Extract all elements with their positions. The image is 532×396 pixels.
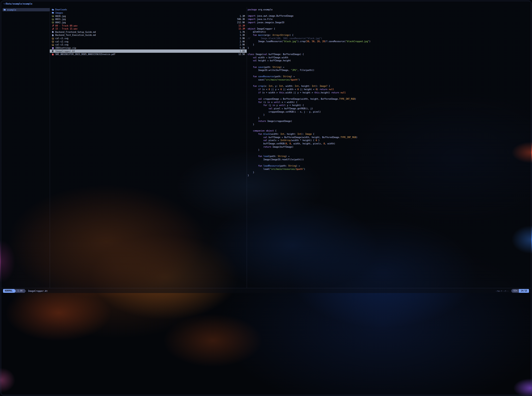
code-line (248, 24, 530, 27)
file-size: 1.3M (240, 15, 245, 17)
file-name: 0042.jpg (55, 21, 235, 24)
code-line: buffImage.setRGB(0, 0, width, height, pi… (248, 142, 530, 145)
code-line: val buffImage = BufferedImage(width, hei… (248, 136, 530, 139)
code-line (248, 126, 530, 129)
status-right-group: -rw-r--r-- 93% 14/15 (496, 289, 529, 293)
file-size: 2.9K (240, 43, 245, 46)
file-name: 0028.jpg (55, 15, 238, 17)
code-line: val croppedImage = BufferedImage(width, … (248, 97, 530, 101)
code-line (248, 49, 530, 53)
code-line (248, 11, 530, 15)
folder-icon (52, 12, 54, 14)
parent-directory-panel: example (3, 8, 50, 11)
code-line: package org.example (248, 8, 530, 11)
file-name: Images (55, 12, 243, 14)
file-row[interactable]: 0042.jpg212.9K (50, 21, 247, 24)
code-line: import javax.imageio.ImageIO (248, 21, 530, 24)
file-name: Downloads (55, 8, 243, 11)
kotlin-icon (52, 50, 54, 52)
file-name: Backend_Frontend_Setup_Guide.md (55, 31, 238, 33)
breadcrumb-path: ~/Data/example/example (4, 2, 32, 6)
code-line: croppedImage.setRGB(i - x, j - y, pixel) (248, 110, 530, 114)
image-icon (52, 44, 54, 46)
audio-icon (52, 24, 54, 27)
code-line: fun loadResource(path: String) = (248, 164, 530, 168)
code-line: @JvmStatic (248, 30, 530, 34)
file-row[interactable]: 0028.jpg1.3M (50, 14, 247, 18)
code-line: val pixel = buffImage.getRGB(i, j) (248, 107, 530, 110)
file-name: 0031.jpg (55, 18, 235, 20)
code-line: Image(ImageIO.read(File(path))) (248, 158, 530, 161)
file-size: 586.3K (237, 18, 245, 20)
file-row[interactable]: Backend_Test_Execution_Guide.md1.3K (50, 34, 247, 37)
file-row[interactable]: ImageCropper.kt1.6K (50, 49, 247, 53)
code-line (248, 72, 530, 75)
file-permissions: -rw-r--r-- (496, 290, 509, 292)
audio-icon (52, 28, 54, 30)
file-size: 1.7K (240, 31, 245, 33)
file-row[interactable]: cal-c1.svg2.9K (50, 37, 247, 40)
code-line: load("src/main/resources/$path") (248, 168, 530, 171)
code-line: val height = buffImage.height (248, 59, 530, 62)
code-line: fun main(args: Array<String>) { (248, 34, 530, 37)
markdown-icon (52, 34, 54, 36)
code-line: return Image(croppedImage) (248, 120, 530, 123)
file-row[interactable]: 15 - Track 15.wav15.3M (50, 27, 247, 31)
file-size: 212.9K (237, 21, 245, 24)
code-line: } (248, 117, 530, 120)
file-name: 15 - Track 15.wav (55, 28, 236, 30)
folder-downloads-icon (52, 9, 54, 11)
status-left-group: NORMAL 1.6K ImageCropper.kt (3, 289, 47, 293)
image-icon (52, 40, 54, 43)
file-size: 1.3K (240, 34, 245, 36)
code-line (248, 152, 530, 155)
file-row[interactable]: Images (50, 11, 247, 15)
parent-dir-item[interactable]: example (3, 8, 50, 11)
file-row[interactable]: Backend_Frontend_Setup_Guide.md1.7K (50, 30, 247, 34)
file-size: 12.5K (238, 53, 245, 56)
code-line: } (248, 113, 530, 117)
file-row[interactable]: cal-c3.svg2.9K (50, 43, 247, 46)
code-line: } (248, 123, 530, 126)
file-row[interactable]: cal-c2.svg2.9K (50, 40, 247, 43)
code-line: object ImageCropper { (248, 27, 530, 31)
file-row[interactable]: IDEAsettings.zip5.2K (50, 46, 247, 50)
code-line: ImageIO.write(buffImage, "JPG", File(pat… (248, 69, 530, 72)
file-size: 5.2K (240, 47, 245, 49)
code-line: save("src/main/resources/$path") (248, 78, 530, 82)
code-preview-panel: package org.example import java.awt.imag… (248, 8, 530, 177)
code-line: } (248, 171, 530, 174)
markdown-icon (52, 31, 54, 33)
code-line: companion object { (248, 129, 530, 133)
cursor-position-badge: 14/15 (519, 289, 529, 293)
code-line: return Image(buffImage) (248, 145, 530, 149)
code-line: if (x < 0 || y < 0 || width < 0 || heigh… (248, 88, 530, 91)
pane-divider-right (247, 7, 247, 288)
code-line: fun black(width: Int, height: Int): Imag… (248, 133, 530, 136)
code-line: } (248, 46, 530, 50)
archive-icon (52, 47, 54, 49)
code-line: } (248, 174, 530, 177)
status-file-name: ImageCropper.kt (28, 290, 48, 292)
code-line (248, 62, 530, 66)
powerline-arrow-icon (24, 289, 26, 293)
image-icon (52, 21, 54, 23)
file-size: 15.3M (238, 28, 245, 30)
code-line: fun save(path: String) = (248, 66, 530, 69)
image-icon (52, 18, 54, 20)
terminal-window: ~/Data/example/example example Downloads… (1, 1, 531, 395)
status-bar: NORMAL 1.6K ImageCropper.kt -rw-r--r-- 9… (3, 289, 529, 293)
file-row[interactable]: SBI_0032013739_2023_DE05_0003155631Invoi… (50, 53, 247, 56)
code-line: for (j in y until y + height) { (248, 104, 530, 107)
file-row[interactable]: 09 - Track 09.wav15.3M (50, 24, 247, 27)
scroll-percent-badge: 93% (511, 289, 519, 293)
code-line: if (x + width > this.width || y + height… (248, 91, 530, 94)
code-line: Image.loadResource("black.jpg").crop(50,… (248, 40, 530, 43)
file-row[interactable]: Downloads (50, 8, 247, 11)
file-size-badge: 1.6K (14, 289, 24, 293)
code-line (248, 161, 530, 165)
file-size: 2.9K (240, 40, 245, 43)
code-line: fun load(path: String) = (248, 155, 530, 158)
file-row[interactable]: 0031.jpg586.3K (50, 18, 247, 21)
file-size: 15.3M (238, 24, 245, 27)
